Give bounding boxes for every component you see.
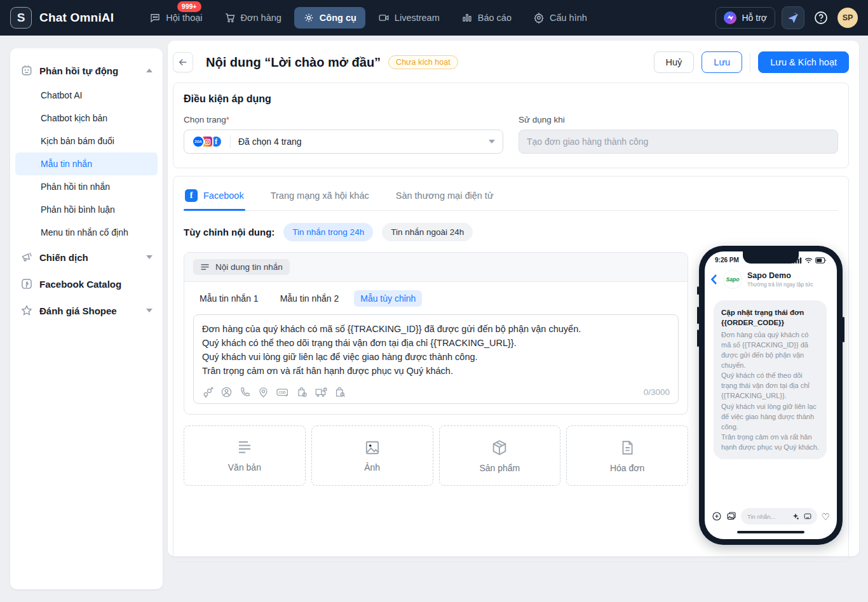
phone-notch: [743, 251, 799, 264]
robot-icon: [20, 64, 33, 77]
nav-label: Công cụ: [320, 13, 356, 23]
sidebar-section-shopee-review[interactable]: Đánh giá Shopee: [10, 297, 163, 324]
location-icon[interactable]: [257, 386, 269, 398]
chat-header: Sapo Sapo Demo Thường trả lời ngay lập t…: [705, 264, 837, 295]
tab-ecommerce[interactable]: Sàn thương mại điện tử: [395, 180, 495, 210]
sapo-logo: Sapo: [726, 276, 740, 283]
required-asterisk: *: [226, 115, 229, 124]
text-lines-icon: [235, 439, 254, 456]
message-text[interactable]: Đơn hàng của quý khách có mã số {{TRACKI…: [202, 322, 670, 380]
nav-item-orders[interactable]: Đơn hàng: [215, 7, 290, 29]
phone-icon[interactable]: [239, 386, 251, 398]
sidebar-section-auto-reply[interactable]: Phản hồi tự động: [10, 57, 163, 84]
facebook-tab-icon: f: [185, 189, 198, 202]
tab-label: Trang mạng xã hội khác: [271, 191, 369, 201]
help-button[interactable]: [811, 8, 831, 28]
nav-item-tools[interactable]: Công cụ: [294, 7, 365, 29]
customize-row: Tùy chỉnh nội dung: Tin nhắn trong 24h T…: [184, 223, 838, 241]
phone-power-button: [843, 317, 844, 342]
product-box-icon: [491, 439, 508, 457]
sidebar-item-message-templates[interactable]: Mẫu tin nhắn: [15, 152, 158, 175]
heart-icon[interactable]: ♡: [822, 512, 830, 521]
message-content-block: Nội dung tin nhắn Mẫu tin nhắn 1 Mẫu tin…: [184, 252, 688, 415]
phone-preview: 9:26 PM Sapo Sapo Demo Thường trả lời ng…: [699, 246, 843, 545]
attach-text-card[interactable]: Văn bản: [184, 425, 306, 486]
attach-label: Hóa đơn: [610, 463, 644, 473]
customer-icon[interactable]: [220, 386, 233, 398]
gender-icon[interactable]: [202, 386, 214, 398]
page-select[interactable]: ZOA f Đã chọn 4 trang: [184, 130, 503, 154]
navbar-right: Hỗ trợ SP: [715, 6, 858, 29]
section-label: Facebook Catalog: [39, 279, 121, 290]
facebook-square-icon: [20, 278, 33, 290]
shipping-icon[interactable]: [315, 386, 328, 398]
nav-label: Livestream: [395, 13, 440, 23]
sticker-icon[interactable]: [803, 512, 812, 521]
sidebar-section-facebook-catalog[interactable]: Facebook Catalog: [10, 271, 163, 297]
attach-label: Sản phẩm: [479, 463, 520, 473]
expand-icon: [146, 255, 153, 259]
tab-template-1[interactable]: Mẫu tin nhắn 1: [193, 290, 265, 307]
support-button[interactable]: Hỗ trợ: [715, 7, 775, 29]
tab-template-2[interactable]: Mẫu tin nhắn 2: [274, 290, 346, 307]
save-button[interactable]: Lưu: [702, 51, 742, 73]
header-actions: Huỷ Lưu Lưu & Kích hoạt: [654, 51, 849, 73]
nav-item-settings[interactable]: Cấu hình: [524, 7, 596, 29]
tab-other-social[interactable]: Trang mạng xã hội khác: [269, 180, 370, 210]
pill-in-24h[interactable]: Tin nhắn trong 24h: [283, 223, 373, 241]
user-avatar[interactable]: SP: [837, 8, 858, 28]
divider: [750, 53, 750, 72]
attach-product-card[interactable]: Sản phẩm: [439, 425, 561, 486]
char-counter: 0/3000: [644, 387, 670, 397]
pill-out-24h[interactable]: Tin nhắn ngoài 24h: [382, 223, 473, 241]
page-name: Sapo Demo: [747, 271, 813, 281]
plus-circle-icon[interactable]: [712, 511, 722, 521]
nav-item-conversations[interactable]: 999+ Hội thoại: [140, 7, 211, 29]
nav-item-reports[interactable]: Báo cáo: [452, 7, 520, 29]
message-input[interactable]: Tin nhắn...: [741, 508, 817, 525]
cancel-button[interactable]: Huỷ: [654, 51, 695, 73]
sidebar-item-comment-replies[interactable]: Phản hồi bình luận: [10, 198, 163, 221]
home-indicator[interactable]: [737, 531, 804, 533]
sidebar-item-chatbot-ai[interactable]: Chatbot AI: [10, 84, 163, 107]
collapse-icon: [146, 69, 153, 72]
photos-icon[interactable]: [726, 511, 736, 521]
battery-icon: [815, 257, 827, 264]
question-circle-icon: [813, 10, 829, 25]
cod-icon[interactable]: COD: [276, 386, 290, 398]
sidebar-section-campaign[interactable]: Chiến dịch: [10, 244, 163, 271]
phone-screen: 9:26 PM Sapo Sapo Demo Thường trả lời ng…: [705, 251, 837, 539]
sidebar-item-message-replies[interactable]: Phản hồi tin nhắn: [10, 175, 163, 198]
paper-plane-icon: [787, 11, 799, 24]
tab-template-custom[interactable]: Mẫu tùy chỉnh: [354, 290, 422, 307]
message-block-handle[interactable]: Nội dung tin nhắn: [193, 259, 290, 275]
attach-image-card[interactable]: Ảnh: [311, 425, 433, 486]
message-block-header: Nội dung tin nhắn: [184, 253, 688, 282]
template-tabs: Mẫu tin nhắn 1 Mẫu tin nhắn 2 Mẫu tùy ch…: [184, 282, 688, 313]
page-select-value: Đã chọn 4 trang: [238, 137, 302, 147]
tab-facebook[interactable]: f Facebook: [184, 180, 245, 210]
message-textarea[interactable]: Đơn hàng của quý khách có mã số {{TRACKI…: [193, 314, 679, 404]
svg-text:COD: COD: [279, 391, 286, 394]
order-icon[interactable]: [296, 386, 308, 398]
page-header: Nội dung “Lời chào mở đầu” Chưa kích hoạ…: [173, 47, 849, 77]
phone-mute-switch: [697, 286, 699, 295]
chat-bubble-icon: [149, 12, 161, 23]
back-chevron-icon[interactable]: [710, 274, 718, 285]
tracking-icon[interactable]: [334, 386, 346, 398]
brand-letter: S: [17, 11, 25, 25]
bar-chart-icon: [461, 12, 473, 23]
back-button[interactable]: [173, 52, 193, 72]
broadcast-button[interactable]: [782, 6, 804, 29]
page-response-status: Thường trả lời ngay lập tức: [747, 281, 813, 288]
nav-item-livestream[interactable]: Livestream: [369, 7, 449, 29]
sparkle-icon[interactable]: [792, 512, 799, 520]
save-activate-button[interactable]: Lưu & Kích hoạt: [758, 51, 849, 73]
status-badge: Chưa kích hoạt: [388, 55, 458, 69]
sidebar-item-persistent-menu[interactable]: Menu tin nhắn cố định: [10, 221, 163, 244]
sidebar-item-followup-script[interactable]: Kịch bản bám đuổi: [10, 130, 163, 152]
page-channel-icons: ZOA f: [192, 135, 222, 148]
sidebar-item-chatbot-script[interactable]: Chatbot kịch bản: [10, 107, 163, 130]
preview-message-bubble: Cập nhật trạng thái đơn {{ORDER_CODE}} Đ…: [714, 300, 827, 459]
attach-invoice-card[interactable]: Hóa đơn: [566, 425, 688, 486]
